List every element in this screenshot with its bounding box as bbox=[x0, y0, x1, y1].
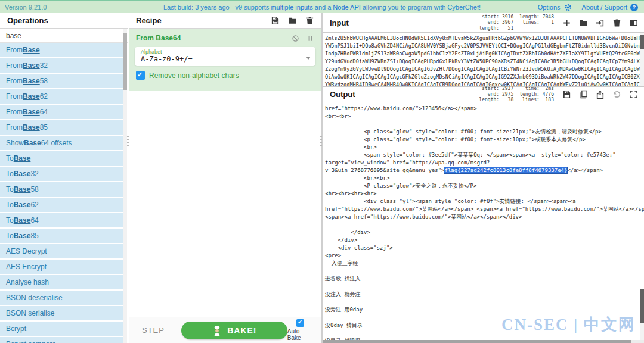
options-button[interactable]: Options bbox=[538, 3, 572, 12]
flag-suffix: </a></span> bbox=[567, 167, 603, 173]
operation-item-pre: To bbox=[6, 216, 14, 224]
input-scrollbar bbox=[640, 33, 644, 86]
operation-item[interactable]: From Base58 bbox=[0, 74, 123, 88]
bake-button[interactable]: BAKE! bbox=[181, 322, 287, 339]
operation-item[interactable]: From Base64 bbox=[0, 105, 123, 119]
about-support-button[interactable]: About / Support ? bbox=[582, 4, 638, 11]
operations-list: From Base From Base32 From Base58 From B… bbox=[0, 43, 123, 343]
add-input-tab-button[interactable] bbox=[562, 18, 571, 27]
operation-item[interactable]: From Base bbox=[0, 43, 123, 57]
save-recipe-button[interactable] bbox=[271, 16, 280, 25]
replace-input-button[interactable] bbox=[596, 90, 605, 99]
operation-item-pre: From bbox=[6, 46, 23, 54]
operation-item-post: 64 offsets bbox=[41, 139, 72, 147]
operation-item[interactable]: BSON serialise bbox=[0, 306, 123, 320]
undo-button[interactable] bbox=[612, 90, 621, 99]
operation-item-match: Base bbox=[14, 232, 31, 240]
operation-item[interactable]: AES Decrypt bbox=[0, 244, 123, 258]
folder-icon bbox=[579, 18, 588, 27]
breakpoint-pause-button[interactable] bbox=[306, 33, 314, 43]
operation-item-post: 58 bbox=[30, 185, 38, 194]
code-line: <P class="glow">安全之路，永不妥协</P> bbox=[325, 182, 639, 190]
operation-item[interactable]: To Base85 bbox=[0, 229, 123, 243]
code-line bbox=[325, 329, 639, 337]
options-label: Options bbox=[538, 4, 561, 11]
auto-bake-checkbox[interactable] bbox=[296, 319, 304, 327]
output-hscrollbar-thumb[interactable] bbox=[323, 340, 631, 343]
input-editor[interactable]: ZmlsZU5hbWUCHgAAAEM6L3BocHN0dWR5L1dXVy8x… bbox=[323, 33, 644, 86]
operation-item[interactable]: Show Base64 offsets bbox=[0, 136, 123, 150]
step-button[interactable]: STEP bbox=[142, 326, 165, 335]
recipe-operation[interactable]: From Base64 Alphabet A-Za-z0-9+/= bbox=[129, 29, 321, 91]
operation-item[interactable]: BSON deserialise bbox=[0, 291, 123, 305]
code-line: <div class="szj"> bbox=[325, 244, 639, 252]
trash-icon bbox=[612, 18, 621, 27]
operation-item-pre: From bbox=[6, 92, 23, 101]
search-input[interactable] bbox=[0, 32, 107, 40]
recipe-panel: Recipe From Base64 bbox=[129, 13, 322, 343]
load-recipe-button[interactable] bbox=[288, 16, 297, 25]
banner-text: and a bbox=[313, 4, 333, 11]
code-line: IndpZHRoPWRldmljZS13aWR0aCwgaW5pdGlhbC1z… bbox=[325, 50, 639, 58]
operation-item[interactable]: To Base32 bbox=[0, 167, 123, 181]
operation-item[interactable]: From Base85 bbox=[0, 120, 123, 135]
open-file-button[interactable] bbox=[596, 18, 605, 27]
operation-item-pre: To bbox=[6, 201, 14, 209]
recipe-title: Recipe bbox=[136, 16, 162, 25]
clear-input-button[interactable] bbox=[612, 18, 621, 27]
operation-item[interactable]: Analyse hash bbox=[0, 275, 123, 289]
operation-item-pre: Bcrypt compare bbox=[6, 340, 56, 343]
operation-item-match: Base bbox=[23, 123, 40, 132]
alphabet-value[interactable]: A-Za-z0-9+/= bbox=[141, 55, 304, 63]
operation-item[interactable]: From Base32 bbox=[0, 58, 123, 73]
code-line: ZmlsZU5hbWUCHgAAAEM6L3BocHN0dWR5L1dXVy8x… bbox=[325, 35, 639, 42]
code-line: <p class="glow" style="color: #f00; font… bbox=[325, 136, 639, 144]
code-line: <br> bbox=[325, 144, 639, 151]
code-line: 没注入 就旁注 bbox=[325, 291, 639, 298]
output-lines-before: href="https://www.baidu.com/">123456</a>… bbox=[325, 105, 639, 167]
operation-item-pre: Analyse hash bbox=[6, 278, 49, 286]
operation-item[interactable]: From Base62 bbox=[0, 89, 123, 104]
chevron-down-icon[interactable] bbox=[306, 57, 311, 60]
expand-icon bbox=[629, 90, 638, 99]
clear-recipe-button[interactable] bbox=[305, 16, 314, 25]
copy-output-button[interactable] bbox=[579, 90, 588, 99]
output-scrollbar-thumb[interactable] bbox=[640, 289, 644, 323]
operation-item[interactable]: To Base62 bbox=[0, 198, 123, 212]
gear-icon bbox=[564, 3, 572, 12]
stat-line: time: 2ms bbox=[519, 86, 554, 91]
operation-item[interactable]: To Base64 bbox=[0, 213, 123, 227]
banner-text: allowing you to program with CyberChef! bbox=[361, 4, 481, 11]
code-line: Y29udGVudD0iaWU9ZWRnZSI+DQogICAgPHRpdGxl… bbox=[325, 58, 639, 66]
operation-item-match: Base bbox=[14, 185, 31, 194]
operation-item[interactable]: To Base58 bbox=[0, 182, 123, 197]
save-icon bbox=[562, 90, 571, 99]
ban-icon bbox=[292, 35, 299, 42]
operation-item-post: 64 bbox=[40, 108, 48, 116]
operation-item[interactable]: To Base bbox=[0, 151, 123, 166]
disable-operation-button[interactable] bbox=[292, 33, 299, 43]
remove-non-alphabet-checkbox[interactable] bbox=[136, 71, 145, 80]
save-output-button[interactable] bbox=[562, 90, 571, 99]
operation-item[interactable]: Bcrypt bbox=[0, 322, 123, 336]
operations-scrollbar-thumb[interactable] bbox=[123, 33, 127, 90]
operations-panel: Operations From Base From Base32 From Ba… bbox=[0, 13, 128, 343]
pause-icon bbox=[306, 35, 314, 42]
operation-item-pre: To bbox=[6, 170, 14, 178]
stat-line: start: 3916 bbox=[479, 14, 513, 20]
toggle-io-layout-button[interactable] bbox=[629, 18, 638, 27]
maximize-output-button[interactable] bbox=[629, 90, 638, 99]
output-viewer[interactable]: href="https://www.baidu.com/">123456</a>… bbox=[323, 102, 644, 340]
operation-item[interactable]: AES Encrypt bbox=[0, 260, 123, 274]
alphabet-label: Alphabet bbox=[141, 49, 304, 55]
undo-icon bbox=[612, 90, 621, 99]
operation-item-match: Base bbox=[24, 139, 41, 147]
input-stats: start: 3916 end: 3967 length: 51 length:… bbox=[479, 14, 554, 32]
input-scrollbar-thumb[interactable] bbox=[640, 35, 644, 49]
operation-item-match: Base bbox=[14, 216, 31, 224]
operation-item-pre: From bbox=[6, 108, 23, 116]
open-folder-button[interactable] bbox=[579, 18, 588, 27]
operation-item[interactable]: Bcrypt compare bbox=[0, 337, 123, 343]
operation-item-pre: Bcrypt bbox=[6, 325, 26, 333]
alphabet-field[interactable]: Alphabet A-Za-z0-9+/= bbox=[135, 47, 315, 66]
